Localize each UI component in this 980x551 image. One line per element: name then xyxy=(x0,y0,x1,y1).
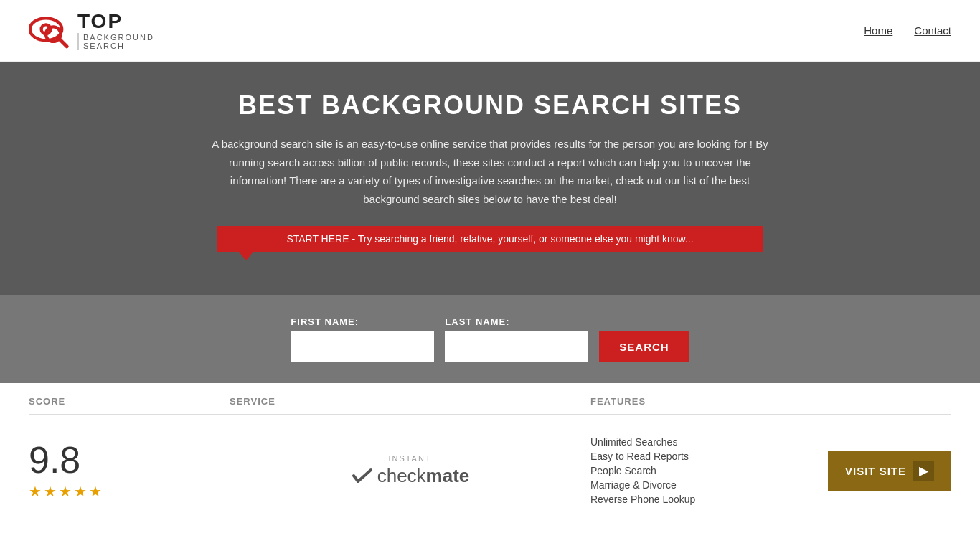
hero-section: BEST BACKGROUND SEARCH SITES A backgroun… xyxy=(0,62,980,295)
last-name-input[interactable] xyxy=(445,331,588,362)
feature-item: Easy to Read Reports xyxy=(590,451,814,462)
nav-contact-link[interactable]: Contact xyxy=(914,24,951,37)
col-service-header: SERVICE xyxy=(230,396,590,407)
visit-btn-container: VISIT SITE ▶ xyxy=(828,451,951,491)
first-name-group: FIRST NAME: xyxy=(291,316,434,362)
nav-home-link[interactable]: Home xyxy=(864,24,892,37)
feature-item: Marriage & Divorce xyxy=(590,479,814,491)
arrow-icon: ▶ xyxy=(913,461,934,481)
last-name-label: LAST NAME: xyxy=(445,316,588,327)
visit-site-button-1[interactable]: VISIT SITE ▶ xyxy=(828,451,951,491)
logo-bottom-text: BACKGROUNDSEARCH xyxy=(77,33,154,50)
table-row: 9.8 ★ ★ ★ ★ ★ instant checkmate xyxy=(29,415,951,527)
navigation: Home Contact xyxy=(864,24,951,37)
logo: TOP BACKGROUNDSEARCH xyxy=(29,11,154,50)
logo-text: TOP BACKGROUNDSEARCH xyxy=(77,11,154,50)
hero-description: A background search site is an easy-to-u… xyxy=(210,135,770,208)
service-logo-checkmate: instant checkmate xyxy=(230,454,590,487)
first-name-label: FIRST NAME: xyxy=(291,316,434,327)
last-name-group: LAST NAME: xyxy=(445,316,588,362)
hero-title: BEST BACKGROUND SEARCH SITES xyxy=(14,90,966,121)
visit-label: VISIT SITE xyxy=(845,465,906,477)
star-3: ★ xyxy=(59,483,72,500)
star-2: ★ xyxy=(44,483,57,500)
search-banner: START HERE - Try searching a friend, rel… xyxy=(217,226,763,252)
table-header: SCORE SERVICE FEATURES xyxy=(29,383,951,415)
results-section: SCORE SERVICE FEATURES 9.8 ★ ★ ★ ★ ★ ins… xyxy=(0,383,980,551)
score-block: 9.8 ★ ★ ★ ★ ★ xyxy=(29,441,230,500)
first-name-input[interactable] xyxy=(291,331,434,362)
search-form-container: FIRST NAME: LAST NAME: SEARCH xyxy=(0,295,980,383)
star-5: ★ xyxy=(89,483,102,500)
checkmate-text: checkmate xyxy=(377,465,470,487)
star-1: ★ xyxy=(29,483,42,500)
instant-label: instant xyxy=(388,454,431,463)
table-row: 9.4 ★ ★ ★ ★ ★ PeopleLooker Accurate and … xyxy=(29,527,951,551)
features-list: Unlimited Searches Easy to Read Reports … xyxy=(590,436,814,505)
feature-item: Unlimited Searches xyxy=(590,436,814,448)
header: TOP BACKGROUNDSEARCH Home Contact xyxy=(0,0,980,62)
col-features-header: FEATURES xyxy=(590,396,951,407)
stars: ★ ★ ★ ★ ★ xyxy=(29,483,102,500)
feature-item: People Search xyxy=(590,465,814,476)
logo-icon xyxy=(29,11,72,50)
score-number: 9.8 xyxy=(29,441,80,479)
search-form: FIRST NAME: LAST NAME: SEARCH xyxy=(14,316,966,362)
search-button[interactable]: SEARCH xyxy=(599,331,689,362)
star-4: ★ xyxy=(74,483,87,500)
col-score-header: SCORE xyxy=(29,396,230,407)
feature-item: Reverse Phone Lookup xyxy=(590,494,814,505)
checkmark-icon xyxy=(351,464,374,487)
logo-top-text: TOP xyxy=(77,11,154,33)
